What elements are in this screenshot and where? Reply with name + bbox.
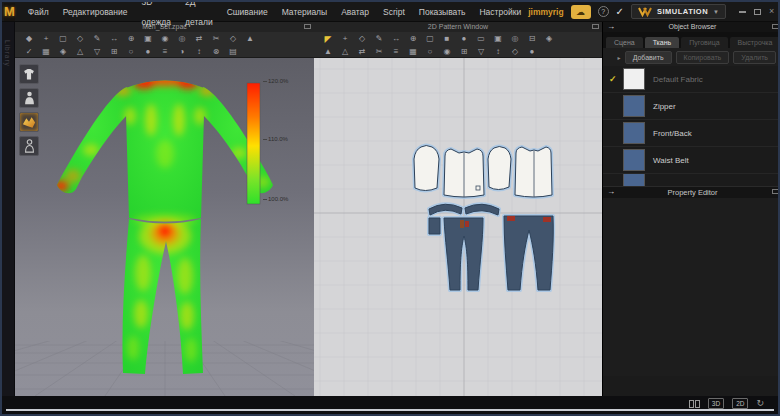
menu-item[interactable]: Материалы bbox=[275, 2, 335, 22]
toolbar-icon[interactable]: ⊞ bbox=[108, 46, 120, 57]
menu-item[interactable]: Редактирование bbox=[56, 2, 135, 22]
toolbar-icon[interactable]: ⊗ bbox=[210, 46, 222, 57]
toolbar-icon[interactable]: ■ bbox=[441, 33, 453, 44]
toolbar-icon[interactable]: ⇄ bbox=[193, 33, 205, 44]
toolbar-icon[interactable]: ◇ bbox=[74, 33, 86, 44]
toolbar-icon[interactable]: ↔ bbox=[390, 33, 402, 44]
show-avatar-icon[interactable] bbox=[19, 88, 39, 108]
toolbar-icon[interactable]: ▽ bbox=[475, 46, 487, 57]
avatar-display-icon[interactable] bbox=[19, 136, 39, 156]
transform-pattern-tool-icon[interactable]: ◤ bbox=[322, 34, 334, 44]
toolbar-icon[interactable]: ◈ bbox=[57, 46, 69, 57]
collapse-panel-icon[interactable]: → bbox=[607, 187, 615, 197]
toolbar-icon[interactable]: ✎ bbox=[373, 33, 385, 44]
app-logo-icon[interactable]: M bbox=[4, 3, 15, 21]
menu-item[interactable]: 2Д детали bbox=[178, 0, 220, 32]
library-collapsed-rail[interactable]: Library bbox=[2, 22, 15, 414]
toolbar-icon[interactable]: ○ bbox=[125, 46, 137, 57]
restore-button[interactable] bbox=[754, 9, 761, 15]
toolbar-icon[interactable]: △ bbox=[339, 46, 351, 57]
toolbar-icon[interactable]: ◈ bbox=[543, 33, 555, 44]
toolbar-icon[interactable]: ↔ bbox=[108, 33, 120, 44]
minimize-button[interactable] bbox=[739, 11, 746, 13]
toolbar-icon[interactable]: ○ bbox=[424, 46, 436, 57]
toolbar-icon[interactable]: ≡ bbox=[159, 46, 171, 57]
menu-item[interactable]: Настройки bbox=[472, 2, 528, 22]
object-browser-tab[interactable]: Пуговица bbox=[681, 37, 727, 48]
fabric-swatch[interactable] bbox=[623, 122, 645, 144]
toolbar-icon[interactable]: ◉ bbox=[441, 46, 453, 57]
confirm-icon[interactable]: ✓ bbox=[616, 6, 624, 17]
fabric-swatch[interactable] bbox=[623, 95, 645, 117]
viewport-2d-canvas[interactable] bbox=[314, 58, 602, 396]
toolbar-icon[interactable]: ● bbox=[458, 33, 470, 44]
fabric-action-button[interactable]: Удалить bbox=[733, 51, 776, 64]
fabric-action-button[interactable]: Добавить bbox=[625, 51, 672, 64]
toolbar-icon[interactable]: ◇ bbox=[227, 33, 239, 44]
fabric-list-item[interactable]: Waist Belt bbox=[603, 147, 780, 174]
menu-item[interactable]: Показывать bbox=[412, 2, 473, 22]
menu-item[interactable]: Файл bbox=[21, 2, 56, 22]
menu-item[interactable]: Аватар bbox=[334, 2, 376, 22]
strain-map-icon[interactable] bbox=[19, 112, 39, 132]
toolbar-icon[interactable]: ▲ bbox=[322, 46, 334, 57]
strain-map-avatar[interactable] bbox=[15, 58, 314, 396]
view-3d-button[interactable]: 3D bbox=[708, 398, 724, 409]
toolbar-icon[interactable]: ● bbox=[526, 46, 538, 57]
menu-item[interactable]: 3D одежда bbox=[135, 0, 179, 32]
toolbar-icon[interactable]: ✓ bbox=[23, 46, 35, 57]
show-garment-icon[interactable] bbox=[19, 64, 39, 84]
toolbar-icon[interactable]: ⊕ bbox=[407, 33, 419, 44]
detach-window-icon[interactable] bbox=[772, 189, 779, 194]
toolbar-icon[interactable]: ◎ bbox=[176, 33, 188, 44]
toolbar-icon[interactable]: ◆ bbox=[23, 33, 35, 44]
fabric-list-item[interactable]: Front/Back bbox=[603, 120, 780, 147]
fabric-swatch[interactable] bbox=[623, 174, 645, 186]
toolbar-icon[interactable]: ▭ bbox=[475, 33, 487, 44]
detach-window-icon[interactable] bbox=[772, 24, 779, 29]
user-name[interactable]: jimmyrig bbox=[528, 7, 563, 17]
help-icon[interactable]: ? bbox=[598, 6, 609, 17]
toolbar-icon[interactable]: ↕ bbox=[492, 46, 504, 57]
fabric-swatch[interactable] bbox=[623, 68, 645, 90]
object-browser-tab[interactable]: Сцена bbox=[606, 37, 643, 48]
toolbar-icon[interactable]: ⊞ bbox=[458, 46, 470, 57]
toolbar-icon[interactable]: ▤ bbox=[227, 46, 239, 57]
toolbar-icon[interactable]: ◉ bbox=[159, 33, 171, 44]
toolbar-icon[interactable]: ▣ bbox=[142, 33, 154, 44]
toolbar-icon[interactable]: ● bbox=[142, 46, 154, 57]
toolbar-icon[interactable]: ✎ bbox=[91, 33, 103, 44]
menu-item[interactable]: Script bbox=[376, 2, 412, 22]
toolbar-icon[interactable]: ▦ bbox=[40, 46, 52, 57]
toolbar-icon[interactable]: + bbox=[339, 33, 351, 44]
toolbar-icon[interactable]: ↕ bbox=[193, 46, 205, 57]
close-button[interactable]: × bbox=[769, 7, 774, 16]
reset-view-icon[interactable]: ↻ bbox=[756, 399, 764, 408]
fabric-swatch[interactable] bbox=[623, 149, 645, 171]
detach-window-icon[interactable] bbox=[592, 24, 599, 29]
fabric-action-button[interactable]: Копировать bbox=[676, 51, 730, 64]
cloud-sync-icon[interactable]: ☁ bbox=[571, 5, 591, 19]
view-2d-button[interactable]: 2D bbox=[732, 398, 748, 409]
toolbar-icon[interactable]: ▣ bbox=[492, 33, 504, 44]
viewport-3d-canvas[interactable]: 120.0% 110.0% 100.0% bbox=[15, 58, 314, 396]
toolbar-icon[interactable]: ◎ bbox=[509, 33, 521, 44]
toolbar-icon[interactable]: ▢ bbox=[57, 33, 69, 44]
toolbar-icon[interactable]: △ bbox=[74, 46, 86, 57]
shirt-pattern-pieces[interactable] bbox=[414, 146, 552, 198]
toolbar-icon[interactable]: ▦ bbox=[407, 46, 419, 57]
toolbar-icon[interactable]: ▲ bbox=[244, 33, 256, 44]
toolbar-icon[interactable]: ≡ bbox=[390, 46, 402, 57]
menu-item[interactable]: Сшивание bbox=[220, 2, 275, 22]
split-view-icon[interactable] bbox=[689, 400, 700, 408]
toolbar-icon[interactable]: ⇄ bbox=[356, 46, 368, 57]
object-browser-tab[interactable]: Выстрочка bbox=[730, 37, 780, 48]
object-browser-tab[interactable]: Ткань bbox=[645, 37, 680, 48]
toolbar-icon[interactable]: + bbox=[40, 33, 52, 44]
fabric-list-item[interactable] bbox=[603, 174, 780, 186]
fabric-list-item[interactable]: Zipper bbox=[603, 93, 780, 120]
toolbar-icon[interactable]: ◇ bbox=[356, 33, 368, 44]
toolbar-icon[interactable]: ✂ bbox=[373, 46, 385, 57]
toolbar-icon[interactable]: ✂ bbox=[210, 33, 222, 44]
toolbar-icon[interactable]: ⊕ bbox=[125, 33, 137, 44]
